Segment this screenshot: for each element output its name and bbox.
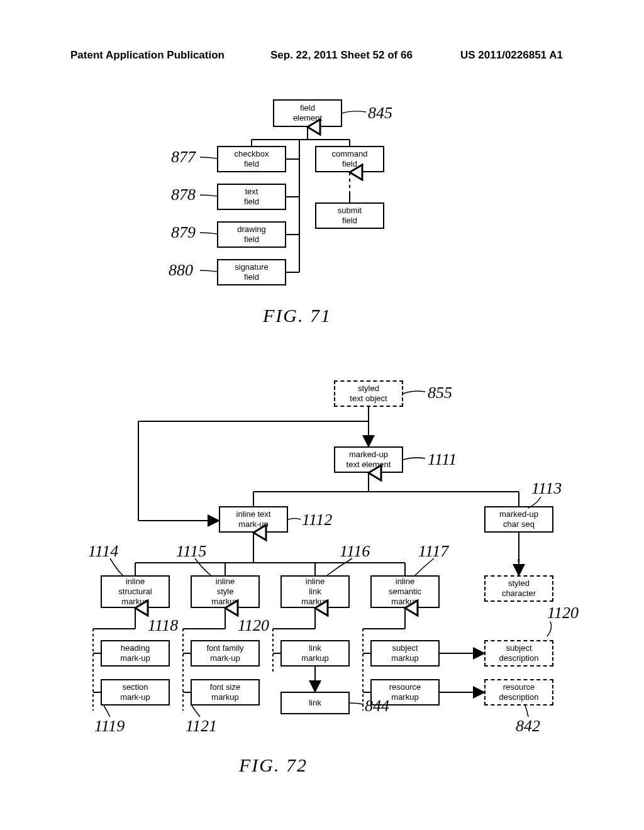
node-drawing-field: drawingfield <box>217 221 286 248</box>
node-markedup-text-element: marked-uptext element <box>334 446 403 473</box>
ref-855: 855 <box>428 384 452 402</box>
node-submit-field: submitfield <box>315 202 384 229</box>
ref-1119: 1119 <box>94 717 125 736</box>
ref-844: 844 <box>365 697 389 716</box>
node-inline-semantic: inlinesemanticmarkup <box>370 575 440 608</box>
ref-1113: 1113 <box>531 479 562 498</box>
ref-1114: 1114 <box>88 542 118 561</box>
node-subject-markup: subjectmarkup <box>370 640 440 667</box>
ref-879: 879 <box>171 223 196 242</box>
header-right: US 2011/0226851 A1 <box>460 49 563 62</box>
ref-1112: 1112 <box>302 511 332 529</box>
node-inline-text-markup: inline textmark-up <box>219 506 288 533</box>
node-section-markup: sectionmark-up <box>101 679 170 706</box>
ref-842: 842 <box>516 717 540 736</box>
ref-1115: 1115 <box>176 542 206 561</box>
ref-1120b: 1120 <box>547 604 579 622</box>
ref-1111: 1111 <box>428 450 457 469</box>
node-field-element: fieldelement <box>273 99 342 127</box>
ref-878: 878 <box>171 185 196 204</box>
header-center: Sep. 22, 2011 Sheet 52 of 66 <box>270 49 413 62</box>
fig72-caption: FIG. 72 <box>239 755 308 776</box>
node-heading-markup: headingmark-up <box>101 640 170 667</box>
node-inline-link: inlinelinkmarkup <box>280 575 350 608</box>
node-text-field: textfield <box>217 184 286 210</box>
node-styled-character: styledcharacter <box>484 575 553 602</box>
node-inline-structural: inlinestructuralmarkup <box>101 575 170 608</box>
fig71-caption: FIG. 71 <box>263 305 331 326</box>
node-signature-field: signaturefield <box>217 259 286 285</box>
node-markedup-char-seq: marked-upchar seq <box>484 506 553 533</box>
ref-845: 845 <box>368 104 392 123</box>
node-font-size-markup: font sizemarkup <box>191 679 260 706</box>
ref-880: 880 <box>169 261 193 280</box>
ref-1116: 1116 <box>340 542 370 561</box>
node-subject-description: subjectdescription <box>484 640 553 667</box>
node-inline-style: inlinestylemarkup <box>191 575 260 608</box>
node-link-markup: linkmarkup <box>280 640 350 667</box>
ref-877: 877 <box>171 148 196 167</box>
ref-1117: 1117 <box>418 542 448 561</box>
node-font-family-markup: font familymark-up <box>191 640 260 667</box>
ref-1118: 1118 <box>148 616 178 635</box>
header-left: Patent Application Publication <box>70 49 225 62</box>
star-annotation: * <box>517 556 520 567</box>
node-link: link <box>280 692 350 714</box>
ref-1120a: 1120 <box>238 616 269 635</box>
patent-page: Patent Application Publication Sep. 22, … <box>0 0 644 830</box>
node-checkbox-field: checkboxfield <box>217 146 286 172</box>
ref-1121: 1121 <box>186 717 217 736</box>
node-styled-text-object: styledtext object <box>334 380 403 407</box>
node-command-field: commandfield <box>315 146 384 172</box>
node-resource-description: resourcedescription <box>484 679 553 706</box>
